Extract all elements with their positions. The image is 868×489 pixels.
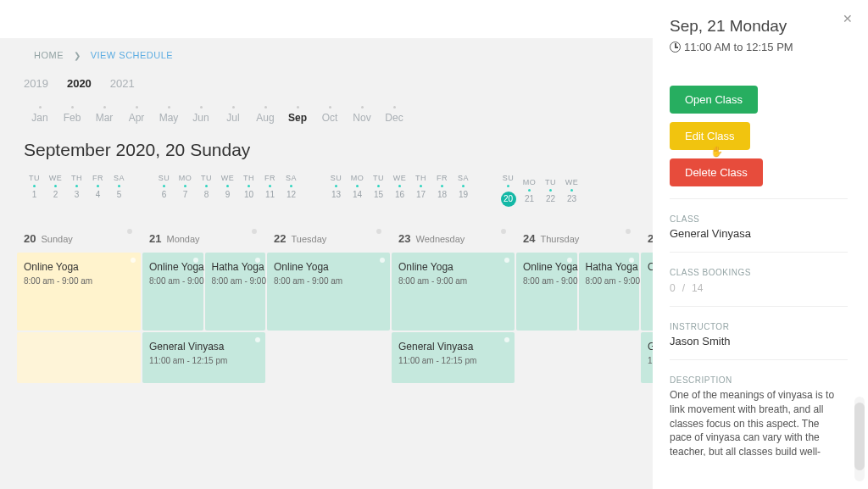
- month-nov[interactable]: Nov: [346, 106, 378, 124]
- month-oct[interactable]: Oct: [314, 106, 346, 124]
- breadcrumb: HOME ❯ VIEW SCHEDULE: [0, 38, 653, 72]
- year-2021[interactable]: 2021: [110, 77, 135, 90]
- event-card[interactable]: Online Yoga8:00 am - 9:00 am: [516, 253, 577, 331]
- week-day-7[interactable]: MO7: [175, 174, 196, 199]
- main-content: HOME ❯ VIEW SCHEDULE 201920202021 JanFeb…: [0, 0, 653, 489]
- week-day-5[interactable]: SA5: [108, 174, 130, 199]
- instructor-label: INSTRUCTOR: [670, 322, 848, 331]
- month-mar[interactable]: Mar: [88, 106, 120, 124]
- week-day-14[interactable]: MO14: [347, 174, 368, 199]
- schedule-grid: 20SundayOnline Yoga8:00 am - 9:00 am21Mo…: [0, 207, 653, 385]
- week-day-17[interactable]: TH17: [410, 174, 431, 199]
- week-day-23[interactable]: WE23: [561, 178, 582, 203]
- class-label: CLASS: [670, 214, 848, 224]
- bookings-label: CLASS BOOKINGS: [670, 268, 848, 277]
- day-column-23: 23WednesdayOnline Yoga8:00 am - 9:00 amG…: [392, 220, 515, 385]
- bookings-count: 0/14: [670, 282, 848, 294]
- add-icon[interactable]: [127, 229, 132, 234]
- week-day-1[interactable]: TU1: [24, 174, 45, 199]
- year-2020[interactable]: 2020: [67, 77, 92, 90]
- event-card[interactable]: Ge11: [641, 332, 653, 383]
- week-day-15[interactable]: TU15: [368, 174, 389, 199]
- week-day-3[interactable]: TH3: [66, 174, 87, 199]
- scrollbar-thumb[interactable]: [854, 403, 865, 470]
- week-day-19[interactable]: SA19: [453, 174, 474, 199]
- class-detail-panel: ✕ Sep, 21 Monday 11:00 AM to 12:15 PM Op…: [653, 0, 868, 489]
- event-card[interactable]: Online Yoga8:00 am - 9:00 am: [267, 253, 390, 331]
- week-day-2[interactable]: WE2: [45, 174, 66, 199]
- day-column-22: 22TuesdayOnline Yoga8:00 am - 9:00 am: [267, 220, 390, 332]
- breadcrumb-current[interactable]: VIEW SCHEDULE: [91, 50, 174, 60]
- day-column-24: 24ThursdayOnline Yoga8:00 am - 9:00 amHa…: [516, 220, 639, 332]
- description-label: DESCRIPTION: [670, 375, 848, 385]
- week-day-20[interactable]: SU20: [498, 174, 519, 207]
- event-card[interactable]: Online Yoga8:00 am - 9:00 am: [392, 253, 515, 331]
- week-day-8[interactable]: TU8: [196, 174, 217, 199]
- panel-date-header: Sep, 21 Monday: [670, 17, 848, 36]
- week-day-18[interactable]: FR18: [431, 174, 453, 199]
- year-2019[interactable]: 2019: [24, 77, 48, 90]
- week-day-16[interactable]: WE16: [389, 174, 410, 199]
- week-day-12[interactable]: SA12: [281, 174, 302, 199]
- event-card[interactable]: On: [641, 253, 653, 331]
- month-sep[interactable]: Sep: [281, 106, 314, 124]
- week-day-9[interactable]: WE9: [217, 174, 238, 199]
- open-class-button[interactable]: Open Class: [670, 86, 758, 114]
- week-day-21[interactable]: MO21: [519, 178, 540, 203]
- add-icon[interactable]: [501, 229, 506, 234]
- day-column-21: 21MondayOnline Yoga8:00 am - 9:00 amHath…: [142, 220, 265, 385]
- week-day-6[interactable]: SU6: [153, 174, 175, 199]
- event-card[interactable]: Hatha Yoga8:00 am - 9:00 am: [579, 253, 640, 331]
- week-day-4[interactable]: FR4: [87, 174, 108, 199]
- event-card[interactable]: Online Yoga8:00 am - 9:00 am: [142, 253, 203, 331]
- event-card[interactable]: Online Yoga8:00 am - 9:00 am: [17, 253, 141, 331]
- month-apr[interactable]: Apr: [120, 106, 153, 124]
- add-icon[interactable]: [252, 229, 257, 234]
- week-day-10[interactable]: TH10: [238, 174, 259, 199]
- month-may[interactable]: May: [153, 106, 185, 124]
- event-card[interactable]: General Vinyasa11:00 am - 12:15 pm: [142, 332, 265, 383]
- close-icon[interactable]: ✕: [843, 12, 853, 25]
- day-column-25: 25FrOnGe11: [641, 220, 653, 385]
- day-column-20: 20SundayOnline Yoga8:00 am - 9:00 am: [17, 220, 141, 383]
- month-jan[interactable]: Jan: [24, 106, 56, 124]
- chevron-right-icon: ❯: [74, 51, 81, 60]
- week-strip: TU1WE2TH3FR4SA5SU6MO7TU8WE9TH10FR11SA12S…: [0, 169, 653, 207]
- panel-actions: Open Class Edit Class✋ Delete Class: [670, 86, 848, 186]
- month-selector: JanFebMarAprMayJunJulAugSepOctNovDec: [0, 91, 653, 125]
- event-card[interactable]: Hatha Yoga8:00 am - 9:00 am: [205, 253, 266, 331]
- edit-class-button[interactable]: Edit Class✋: [670, 122, 750, 150]
- month-jun[interactable]: Jun: [185, 106, 217, 124]
- instructor-name: Jason Smith: [670, 335, 848, 347]
- breadcrumb-home[interactable]: HOME: [34, 50, 64, 60]
- cursor-icon: ✋: [710, 146, 723, 158]
- page-title: September 2020, 20 Sunday: [0, 125, 653, 169]
- add-icon[interactable]: [376, 229, 381, 234]
- month-jul[interactable]: Jul: [217, 106, 249, 124]
- event-card[interactable]: General Vinyasa11:00 am - 12:15 pm: [392, 332, 515, 383]
- month-feb[interactable]: Feb: [56, 106, 88, 124]
- year-selector: 201920202021: [0, 72, 653, 91]
- week-day-11[interactable]: FR11: [259, 174, 281, 199]
- month-dec[interactable]: Dec: [378, 106, 410, 124]
- week-day-22[interactable]: TU22: [540, 178, 561, 203]
- description-text: One of the meanings of vinyasa is to lin…: [670, 388, 848, 456]
- class-name: General Vinyasa: [670, 227, 848, 240]
- week-day-13[interactable]: SU13: [326, 174, 347, 199]
- delete-class-button[interactable]: Delete Class: [670, 158, 763, 186]
- empty-slot[interactable]: [17, 332, 141, 383]
- panel-time: 11:00 AM to 12:15 PM: [670, 41, 848, 53]
- month-aug[interactable]: Aug: [249, 106, 281, 124]
- clock-icon: [670, 42, 681, 53]
- add-icon[interactable]: [626, 229, 631, 234]
